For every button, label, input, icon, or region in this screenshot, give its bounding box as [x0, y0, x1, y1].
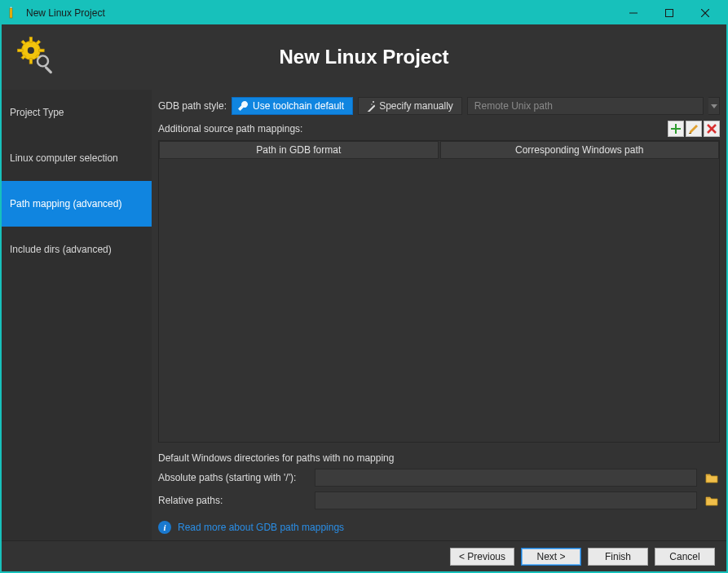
mappings-table: Path in GDB format Corresponding Windows… [158, 140, 720, 443]
gdb-path-style-row: GDB path style: Use toolchain default Sp… [158, 96, 720, 116]
absolute-paths-browse-button[interactable] [704, 469, 720, 486]
wand-icon [364, 100, 375, 112]
remote-path-placeholder: Remote Unix path [474, 100, 553, 112]
titlebar: New Linux Project [2, 2, 726, 24]
app-icon [8, 7, 21, 20]
info-icon: i [158, 521, 171, 534]
delete-mapping-button[interactable] [704, 121, 720, 137]
relative-paths-label: Relative paths: [158, 495, 308, 506]
relative-paths-browse-button[interactable] [704, 492, 720, 509]
previous-button[interactable]: < Previous [450, 548, 514, 566]
sidebar-item-include-dirs[interactable]: Include dirs (advanced) [2, 227, 152, 272]
sidebar-item-label: Path mapping (advanced) [10, 198, 121, 209]
add-mapping-button[interactable] [668, 121, 684, 137]
sidebar-item-label: Project Type [10, 107, 64, 118]
svg-point-21 [371, 104, 372, 104]
dialog-window: New Linux Project [0, 0, 728, 573]
wizard-step-list: Project Type Linux computer selection Pa… [2, 90, 152, 540]
gdb-path-style-label: GDB path style: [158, 100, 227, 112]
col-gdb-path[interactable]: Path in GDB format [159, 141, 439, 159]
wizard-body: Project Type Linux computer selection Pa… [2, 90, 726, 540]
finish-button[interactable]: Finish [588, 548, 648, 566]
mappings-table-header: Path in GDB format Corresponding Windows… [159, 141, 719, 159]
sidebar-item-label: Linux computer selection [10, 152, 118, 164]
mappings-header-row: Additional source path mappings: [158, 121, 720, 137]
defaults-heading: Default Windows directories for paths wi… [158, 452, 720, 464]
button-label: Use toolchain default [253, 100, 344, 112]
svg-marker-22 [711, 104, 717, 108]
cancel-button[interactable]: Cancel [655, 548, 715, 566]
use-toolchain-default-button[interactable]: Use toolchain default [232, 97, 353, 115]
svg-rect-26 [689, 133, 691, 134]
absolute-paths-input[interactable] [315, 469, 697, 487]
absolute-paths-label: Absolute paths (starting with '/'): [158, 472, 308, 483]
svg-rect-8 [29, 37, 32, 43]
svg-rect-30 [706, 497, 710, 499]
info-row: i Read more about GDB path mappings [158, 521, 720, 534]
sidebar-item-project-type[interactable]: Project Type [2, 90, 152, 135]
mappings-table-body[interactable] [159, 159, 719, 442]
svg-point-20 [373, 101, 374, 103]
maximize-button[interactable] [651, 2, 687, 24]
svg-rect-24 [671, 128, 681, 130]
wizard-main-panel: GDB path style: Use toolchain default Sp… [152, 90, 726, 540]
window-title: New Linux Project [26, 7, 105, 19]
col-windows-path[interactable]: Corresponding Windows path [440, 141, 720, 159]
svg-rect-0 [10, 8, 12, 18]
svg-rect-4 [666, 10, 673, 17]
remote-path-dropdown[interactable] [708, 97, 720, 115]
relative-paths-row: Relative paths: [158, 491, 720, 509]
remote-path-field: Remote Unix path [467, 97, 704, 115]
sidebar-item-path-mapping[interactable]: Path mapping (advanced) [2, 181, 152, 227]
svg-rect-12 [21, 40, 26, 45]
read-more-link[interactable]: Read more about GDB path mappings [178, 522, 344, 533]
svg-rect-14 [36, 40, 41, 45]
sidebar-item-label: Include dirs (advanced) [10, 244, 112, 255]
additional-mappings-label: Additional source path mappings: [158, 123, 666, 134]
absolute-paths-row: Absolute paths (starting with '/'): [158, 469, 720, 487]
relative-paths-input[interactable] [315, 491, 697, 509]
svg-rect-29 [706, 474, 710, 476]
wrench-icon [237, 100, 249, 112]
wizard-footer: < Previous Next > Finish Cancel [2, 540, 726, 571]
sidebar-item-linux-selection[interactable]: Linux computer selection [2, 135, 152, 181]
close-button[interactable] [687, 2, 723, 24]
wizard-banner: New Linux Project [2, 24, 726, 90]
next-button[interactable]: Next > [521, 548, 581, 566]
minimize-button[interactable] [615, 2, 651, 24]
svg-rect-19 [368, 105, 375, 112]
wizard-title: New Linux Project [2, 46, 726, 68]
button-label: Specify manually [379, 100, 453, 112]
svg-marker-2 [10, 7, 12, 8]
edit-mapping-button[interactable] [686, 121, 702, 137]
specify-manually-button[interactable]: Specify manually [358, 97, 462, 115]
defaults-section: Default Windows directories for paths wi… [158, 449, 720, 519]
svg-marker-25 [690, 125, 698, 133]
